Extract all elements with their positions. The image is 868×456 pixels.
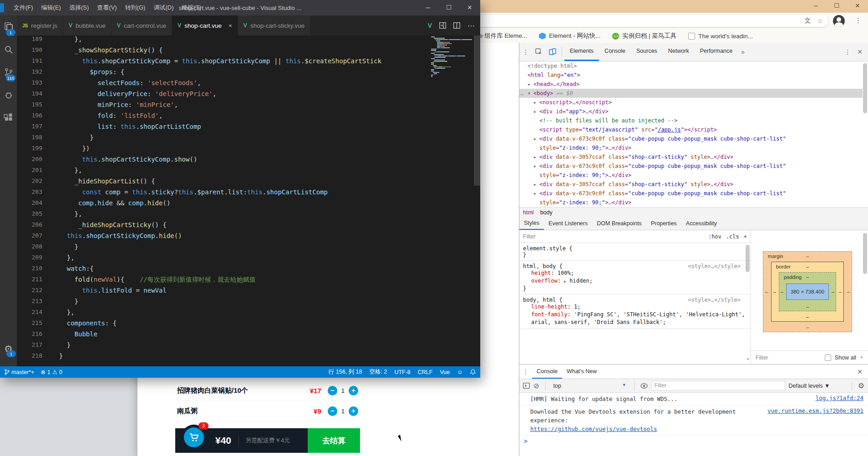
code-line[interactable]: 194 deliveryPrice: 'deliveryPrice',	[17, 90, 480, 101]
menu-调试(D)[interactable]: 调试(D)	[149, 4, 178, 12]
menu-终端(T)[interactable]: 终端(T)	[178, 4, 205, 12]
increase-button[interactable]: +	[349, 386, 358, 395]
styles-tab-Accessibility[interactable]: Accessibility	[681, 218, 721, 229]
inspect-element-icon[interactable]	[532, 48, 546, 56]
dom-row[interactable]: <script type="text/javascript" src="/app…	[519, 125, 863, 134]
shop-cart-bar[interactable]: 3 ¥40 另需配送费￥4元 去结算	[175, 428, 360, 453]
code-line[interactable]: 215 components: {	[17, 319, 480, 330]
code-editor[interactable]: 189 },190 _showShopCartSticky() {191 thi…	[17, 35, 480, 366]
chrome-maximize-button[interactable]: ☐	[826, 0, 847, 13]
git-branch-item[interactable]: master*+	[5, 369, 34, 375]
padding-left-value[interactable]: –	[781, 289, 783, 294]
decrease-button[interactable]: −	[328, 386, 337, 395]
menu-文件(F)[interactable]: 文件(F)	[10, 4, 37, 12]
cart-icon-wrap[interactable]: 3	[175, 428, 207, 453]
expand-arrow-icon[interactable]: ▼	[528, 89, 530, 98]
translate-icon[interactable]: 文	[804, 17, 811, 25]
box-model[interactable]: margin – – – – border – – – – padding	[763, 251, 852, 332]
vue-preview-icon[interactable]: V	[428, 22, 432, 29]
eye-icon[interactable]	[640, 383, 648, 389]
styles-scrollbar[interactable]	[746, 245, 750, 272]
code-line[interactable]: 192 $props: {	[17, 68, 480, 79]
console-close-icon[interactable]: ✕	[852, 368, 868, 375]
menu-查看(V)[interactable]: 查看(V)	[93, 4, 121, 12]
devtools-menu-icon[interactable]: ⋮	[841, 48, 854, 56]
tab-shop-cart-sticky.vue[interactable]: Vshop-cart-sticky.vue	[238, 15, 310, 35]
editor-scrollbar[interactable]	[474, 35, 480, 186]
new-rule-button[interactable]: +	[744, 233, 747, 240]
styles-filter-input[interactable]: Filter	[523, 233, 704, 240]
border-right-value[interactable]: –	[839, 289, 842, 294]
css-rule[interactable]: element.style {}	[519, 243, 751, 261]
more-tabs-icon[interactable]: »	[738, 48, 748, 56]
expand-arrow-icon[interactable]: ▶	[534, 107, 536, 117]
scroll-down-arrow[interactable]: ▼	[746, 357, 750, 361]
bookmark-Element - 网站快...[interactable]: Element - 网站快...	[539, 32, 600, 40]
devtools-tab-Network[interactable]: Network	[663, 43, 695, 61]
code-line[interactable]: 198 }	[17, 134, 480, 145]
devtools-tab-Console[interactable]: Console	[599, 43, 631, 61]
expand-arrow-icon[interactable]: ▶	[534, 162, 536, 171]
dom-row[interactable]: <!doctype html>	[519, 61, 863, 71]
breadcrumb-html[interactable]: html	[523, 209, 534, 216]
minimap[interactable]	[431, 36, 477, 77]
pane-collapse-icon[interactable]: ▼	[860, 355, 863, 360]
code-line[interactable]: 210 watch:{	[17, 265, 480, 276]
dom-row[interactable]: <html lang="en">	[519, 71, 863, 80]
eol-sequence[interactable]: CRLF	[418, 369, 433, 375]
computed-filter-input[interactable]: Filter	[756, 355, 821, 361]
devtools-tab-Elements[interactable]: Elements	[564, 43, 599, 61]
code-line[interactable]: 218 }	[17, 352, 480, 363]
border-bottom-value[interactable]: –	[806, 314, 809, 319]
code-line[interactable]: 205 },	[17, 210, 480, 221]
clear-console-icon[interactable]: ⊘	[533, 382, 539, 390]
increase-button[interactable]: +	[349, 406, 358, 416]
device-toolbar-icon[interactable]	[546, 48, 559, 56]
console-tab-Console[interactable]: Console	[532, 365, 562, 379]
dom-row[interactable]: style="z-index: 90;">…</div>	[519, 143, 863, 152]
settings-gear-icon[interactable]: ⚙ 1	[0, 344, 17, 355]
menu-编辑(E)[interactable]: 编辑(E)	[37, 4, 65, 12]
menu-选择(S)[interactable]: 选择(S)	[65, 4, 93, 12]
more-actions-icon[interactable]: ⋯	[467, 21, 475, 30]
code-line[interactable]: 197 list: this.shopCartListComp	[17, 123, 480, 134]
explorer-icon[interactable]: 1	[0, 15, 17, 38]
editor-layout-icon[interactable]	[453, 22, 460, 29]
code-line[interactable]: 195 minPrice: 'minPrice',	[17, 101, 480, 112]
style-source-link[interactable]: <style>…</style>	[688, 297, 741, 303]
console-sidebar-icon[interactable]	[523, 383, 530, 389]
css-rule[interactable]: html, body {height: 100%;overflow: ▶ hid…	[519, 261, 751, 294]
bookmark-The world's leadin...[interactable]: The world's leadin...	[688, 33, 753, 40]
code-line[interactable]: 193 selectFoods: 'selectFoods',	[17, 79, 480, 90]
checkout-button[interactable]: 去结算	[308, 428, 360, 453]
code-line[interactable]: 204 comp.hide && comp.hide()	[17, 199, 480, 210]
indentation[interactable]: 空格: 2	[369, 368, 387, 376]
devtools-kebab-icon[interactable]: ⋮	[519, 48, 532, 56]
code-line[interactable]: 200 this.shopCartStickyComp.show()	[17, 156, 480, 167]
dom-row[interactable]: ▶<head>…</head>	[519, 80, 863, 89]
margin-left-value[interactable]: –	[765, 289, 768, 294]
dom-row[interactable]: ▶<div data-v-673c9c0f class="cube-popup …	[519, 162, 863, 171]
css-rule[interactable]: body, html {line-height: 1;font-family: …	[519, 294, 751, 329]
feedback-smiley-icon[interactable]: ☺	[457, 369, 463, 375]
code-line[interactable]: 216 Bubble	[17, 330, 480, 341]
code-line[interactable]: 189 },	[17, 35, 480, 46]
dom-row[interactable]: ▶<div id="app">…</div>	[519, 107, 863, 116]
margin-right-value[interactable]: –	[847, 289, 850, 294]
tab-shop-cart.vue[interactable]: Vshop-cart.vue×	[172, 15, 238, 35]
dom-row[interactable]: ▶<noscript>…</noscript>	[519, 98, 863, 107]
code-line[interactable]: 202 _hideShopCartList() {	[17, 177, 480, 188]
padding-bottom-value[interactable]: –	[806, 304, 809, 309]
console-settings-icon[interactable]: ⚙	[858, 381, 864, 390]
expand-arrow-icon[interactable]: ▶	[534, 180, 536, 189]
code-line[interactable]: 196 fold: 'listFold',	[17, 112, 480, 123]
expand-arrow-icon[interactable]: ▶	[534, 153, 536, 162]
extensions-icon[interactable]	[0, 106, 17, 129]
encoding[interactable]: UTF-8	[394, 369, 410, 375]
console-link[interactable]: https://github.com/vuejs/vue-devtools	[530, 426, 657, 432]
dom-row[interactable]: …▼<body> == $0	[519, 89, 863, 98]
margin-bottom-value[interactable]: –	[806, 324, 809, 330]
padding-right-value[interactable]: –	[832, 289, 834, 294]
decrease-button[interactable]: −	[328, 406, 337, 416]
style-source-link[interactable]: <style>…</style>	[688, 263, 741, 269]
